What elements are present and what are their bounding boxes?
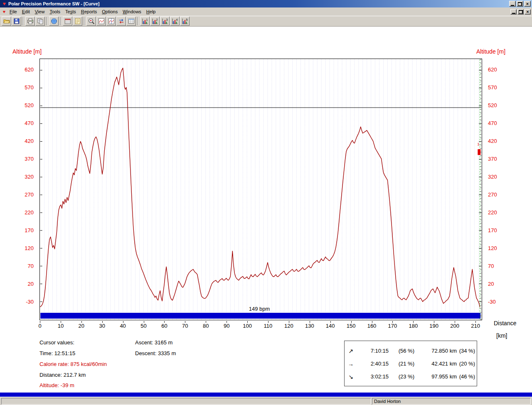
x-tick-label: 200	[450, 323, 459, 329]
toolbar-view-curve-4-button[interactable]: 4	[170, 17, 180, 26]
toolbar-separator	[84, 17, 85, 25]
curve-marker-icon	[108, 18, 115, 25]
cursor-distance: Distance: 212.7 km	[39, 372, 86, 378]
altitude-chart[interactable]: 149 bpm1	[39, 59, 482, 320]
cursor-values-label: Cursor values:	[39, 339, 74, 346]
y-tick-label: 120	[0, 245, 37, 252]
toolbar-view-curve-3-button[interactable]: 3	[160, 17, 170, 26]
x-tick-label: 40	[120, 323, 126, 329]
chart3-icon: 3	[162, 18, 168, 25]
y-tick-label: 620	[486, 66, 515, 73]
printer-icon	[27, 18, 34, 25]
y-tick-label: 520	[0, 102, 37, 109]
status-cell-user: David Horton	[372, 398, 531, 405]
child-close-button[interactable]: ×	[525, 9, 531, 15]
y-tick-label: 20	[486, 281, 515, 287]
y-tick-label: 370	[0, 156, 37, 162]
close-icon: ×	[526, 2, 529, 6]
title-bar: ♥ Polar Precision Performance SW - [Curv…	[0, 0, 532, 7]
menu-view[interactable]: View	[32, 8, 47, 15]
y-tick-label: 270	[486, 191, 515, 198]
toolbar-curve-values-button[interactable]	[96, 17, 106, 26]
toolbar-view-curve-5-button[interactable]: 5	[180, 17, 190, 26]
copy-icon	[37, 18, 44, 25]
bottom-accent-bar	[0, 393, 532, 397]
summary-time-percent: (56 %)	[389, 348, 414, 354]
x-tick-label: 140	[326, 323, 335, 329]
lap-number-label: 1	[477, 142, 480, 146]
y-tick-label: -30	[0, 299, 37, 305]
y-tick-label: 570	[486, 84, 515, 91]
child-restore-button[interactable]	[517, 9, 524, 15]
toolbar-zoom-button[interactable]	[86, 17, 96, 26]
toolbar-save-button[interactable]	[12, 17, 21, 26]
y-tick-label: -30	[486, 299, 515, 305]
y-tick-label: 420	[486, 138, 515, 145]
y-tick-label: 520	[486, 102, 515, 109]
restore-button[interactable]	[517, 1, 523, 7]
chart2-icon: 2	[152, 18, 158, 25]
menu-help[interactable]: Help	[144, 8, 158, 15]
y-tick-label: 420	[0, 138, 37, 145]
chart5-icon: 5	[182, 18, 188, 25]
child-close-icon: ×	[526, 10, 529, 14]
summary-row-down: ↘3:02:15(23 %)97.955 km(46 %)	[345, 370, 477, 383]
y-tick-label: 620	[0, 66, 37, 73]
x-tick-label: 190	[429, 323, 438, 329]
menu-bar: ♥ FileEditViewToolsTestsReportsOptionsWi…	[0, 7, 532, 16]
y-tick-label: 20	[0, 281, 37, 287]
y-tick-label: 120	[486, 245, 515, 252]
toolbar-copy-button[interactable]	[35, 17, 45, 26]
x-tick-label: 90	[224, 323, 229, 329]
svg-text:5: 5	[186, 18, 187, 21]
toolbar-data-grid-button[interactable]	[126, 17, 136, 26]
close-button[interactable]: ×	[524, 1, 531, 7]
toolbar-polar-web-button[interactable]	[49, 17, 59, 26]
x-tick-label: 210	[471, 323, 480, 329]
status-bar: David Horton	[0, 397, 532, 405]
trend-up-icon: ↗	[345, 348, 357, 354]
y-tick-label: 220	[486, 209, 515, 216]
x-tick-label: 120	[284, 323, 293, 329]
summary-time: 7:10:15	[357, 348, 389, 354]
y-tick-label: 70	[0, 263, 37, 270]
summary-time-percent: (21 %)	[389, 361, 414, 367]
x-tick-label: 160	[367, 323, 377, 329]
toolbar-separator	[47, 17, 47, 25]
menu-edit[interactable]: Edit	[20, 8, 32, 15]
menu-options[interactable]: Options	[99, 8, 120, 15]
toolbar-print-button[interactable]	[25, 17, 35, 26]
toolbar-curve-marker-button[interactable]	[106, 17, 116, 26]
x-tick-label: 50	[140, 323, 146, 329]
toolbar-view-curve-2-button[interactable]: 2	[150, 17, 160, 26]
menu-reports[interactable]: Reports	[79, 8, 100, 15]
toolbar-exercise-notes-button[interactable]	[73, 17, 82, 26]
menu-tools[interactable]: Tools	[47, 8, 63, 15]
toolbar-open-button[interactable]	[2, 17, 11, 26]
curve-icon	[98, 18, 105, 25]
x-tick-label: 80	[203, 323, 209, 329]
child-minimize-button[interactable]	[510, 9, 517, 15]
menu-tests[interactable]: Tests	[63, 8, 79, 15]
toolbar-compare-curves-button[interactable]	[116, 17, 126, 26]
summary-distance: 72.850 km	[414, 348, 457, 354]
trend-flat-icon: →	[345, 361, 357, 367]
summary-distance-percent: (20 %)	[457, 361, 475, 367]
menu-windows[interactable]: Windows	[120, 8, 144, 15]
minimize-button[interactable]	[509, 1, 516, 7]
toolbar-diary-button[interactable]	[63, 17, 72, 26]
toolbar-separator	[23, 17, 24, 25]
axis-title-left: Altitude [m]	[12, 48, 42, 55]
child-restore-icon	[519, 10, 523, 14]
chart-client-area: Altitude [m] Altitude [m] 62062057057052…	[0, 27, 532, 393]
ascent-descent-summary-box: ↗7:10:15(56 %)72.850 km(34 %)→2:40:15(21…	[344, 341, 477, 386]
menu-file[interactable]: File	[7, 8, 20, 15]
x-tick-label: 30	[99, 323, 105, 329]
cursor-time: Time: 12:51:15	[39, 350, 75, 356]
toolbar-view-curve-1-button[interactable]: 1	[140, 17, 150, 26]
toolbar-separator	[138, 17, 138, 25]
summary-row-up: ↗7:10:15(56 %)72.850 km(34 %)	[345, 344, 477, 357]
floppy-icon	[13, 18, 20, 25]
child-minimize-icon	[512, 13, 515, 14]
x-tick-label: 110	[264, 323, 273, 329]
